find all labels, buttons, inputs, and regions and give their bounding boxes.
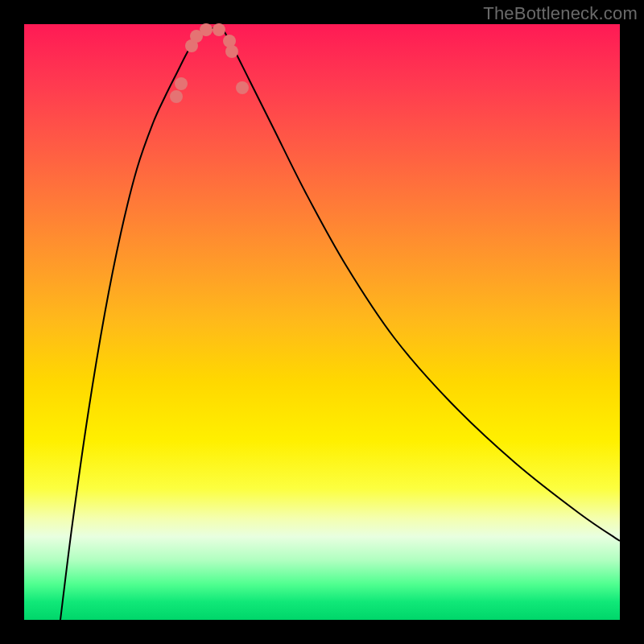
marker-dot bbox=[213, 23, 225, 36]
marker-dot bbox=[175, 77, 188, 90]
marker-dot bbox=[225, 45, 238, 58]
curve-right-branch bbox=[224, 31, 620, 541]
marker-dot bbox=[236, 81, 249, 94]
marker-dot bbox=[200, 23, 213, 36]
marker-dot bbox=[170, 90, 183, 103]
curve-series-group bbox=[60, 28, 620, 620]
curve-left-branch bbox=[60, 31, 201, 620]
watermark-text: TheBottleneck.com bbox=[483, 3, 638, 24]
chart-svg-overlay bbox=[24, 24, 620, 620]
